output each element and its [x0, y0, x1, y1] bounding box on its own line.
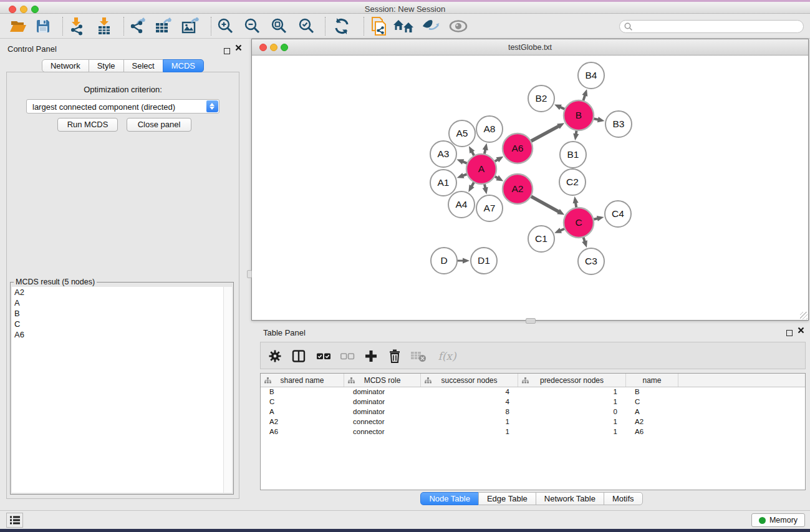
mcds-result-item[interactable]: A	[12, 297, 232, 308]
table-cell[interactable]: 8	[421, 407, 518, 417]
column-header-predecessor-nodes[interactable]: predecessor nodes	[518, 374, 626, 387]
table-row[interactable]: A2connector11A2	[261, 417, 805, 427]
table-cell[interactable]: 1	[518, 427, 626, 437]
network-graph[interactable]: AA1A2A3A4A5A6A7A8BB1B2B3B4CC1C2C3C4DD1	[253, 56, 808, 319]
table-row[interactable]: Adominator80A	[261, 407, 805, 417]
table-cell[interactable]: A6	[626, 427, 678, 437]
clone-network-icon[interactable]	[368, 16, 389, 36]
optimization-criterion-select[interactable]: largest connected component (directed)	[26, 99, 219, 114]
zoom-out-icon[interactable]	[242, 16, 263, 36]
open-session-icon[interactable]	[7, 16, 29, 36]
table-cell[interactable]: dominator	[344, 407, 421, 417]
table-cell[interactable]: connector	[344, 417, 421, 427]
tab-motifs[interactable]: Motifs	[604, 492, 643, 505]
export-network-icon[interactable]	[127, 16, 148, 36]
mcds-result-item[interactable]: A6	[12, 329, 232, 340]
export-table-icon[interactable]	[153, 16, 175, 36]
search-field[interactable]	[619, 20, 804, 33]
table-cell[interactable]: A	[261, 407, 344, 417]
table-row[interactable]: Cdominator41C	[261, 397, 805, 407]
mcds-result-item[interactable]: B	[12, 308, 232, 319]
add-row-icon[interactable]	[362, 347, 380, 365]
column-header-name[interactable]: name	[626, 374, 678, 387]
table-settings-gear-icon[interactable]	[266, 347, 284, 365]
refresh-icon[interactable]	[331, 16, 352, 36]
deselect-all-icon[interactable]	[338, 347, 357, 365]
table-cell[interactable]: B	[626, 387, 678, 397]
export-image-icon[interactable]	[180, 16, 201, 36]
delete-table-icon[interactable]	[409, 347, 428, 365]
optimization-criterion-value: largest connected component (directed)	[32, 102, 175, 112]
table-cell[interactable]: 0	[518, 407, 626, 417]
horizontal-splitter-handle[interactable]	[526, 318, 536, 324]
graph-node-label: C4	[612, 208, 624, 219]
tab-style[interactable]: Style	[89, 59, 124, 72]
show-columns-icon[interactable]	[289, 347, 308, 365]
edge-arrowhead-icon	[456, 159, 464, 165]
table-cell[interactable]: dominator	[344, 397, 421, 407]
select-all-icon[interactable]	[314, 347, 333, 365]
network-window-titlebar[interactable]: testGlobe.txt	[252, 39, 808, 56]
table-cell[interactable]: A2	[626, 417, 678, 427]
graph-node-label: A4	[456, 199, 468, 210]
table-cell[interactable]: 1	[518, 397, 626, 407]
table-cell[interactable]: C	[626, 397, 678, 407]
table-cell[interactable]: C	[261, 397, 344, 407]
tab-network-table[interactable]: Network Table	[536, 492, 604, 505]
table-row[interactable]: A6connector11A6	[261, 427, 805, 437]
select-stepper-icon[interactable]	[206, 100, 218, 112]
table-row[interactable]: Bdominator41B	[261, 387, 805, 397]
graph-node-label: A7	[484, 203, 496, 213]
close-table-panel-icon[interactable]	[798, 327, 804, 334]
float-table-panel-icon[interactable]	[786, 327, 793, 339]
zoom-fit-icon[interactable]	[269, 16, 290, 36]
run-mcds-button[interactable]: Run MCDS	[57, 118, 118, 132]
table-cell[interactable]: 1	[421, 427, 518, 437]
table-cell[interactable]: 1	[518, 417, 626, 427]
column-header-MCDS-role[interactable]: MCDS role	[344, 374, 421, 387]
import-network-icon[interactable]	[66, 16, 87, 36]
tab-node-table[interactable]: Node Table	[420, 492, 479, 505]
table-cell[interactable]: A2	[261, 417, 344, 427]
table-cell[interactable]: 1	[518, 387, 626, 397]
tab-network[interactable]: Network	[42, 59, 89, 72]
function-builder-icon[interactable]: f(x)	[434, 347, 460, 365]
table-cell[interactable]: 4	[421, 387, 518, 397]
import-table-icon[interactable]	[94, 16, 115, 36]
close-panel-button[interactable]: Close panel	[127, 118, 191, 132]
home-icon[interactable]	[393, 16, 414, 36]
graph-edge-A6-B[interactable]	[529, 126, 559, 142]
save-session-icon[interactable]	[32, 16, 54, 36]
column-header-shared-name[interactable]: shared name	[261, 374, 344, 387]
table-cell[interactable]: 4	[421, 397, 518, 407]
table-cell[interactable]: A	[626, 407, 678, 417]
mcds-result-item[interactable]: A2	[12, 287, 232, 297]
resize-grip-icon[interactable]	[800, 312, 808, 319]
mcds-result-scrollbar[interactable]	[223, 287, 232, 493]
mcds-result-list[interactable]: A2ABCA6	[12, 287, 232, 493]
table-cell[interactable]: 1	[421, 417, 518, 427]
mcds-result-item[interactable]: C	[12, 319, 232, 329]
table-cell[interactable]: connector	[344, 427, 421, 437]
vertical-splitter-handle[interactable]	[247, 270, 252, 278]
zoom-in-icon[interactable]	[215, 16, 236, 36]
hide-graphics-details-icon[interactable]	[420, 16, 441, 36]
memory-button[interactable]: Memory	[751, 513, 805, 527]
column-header-successor-nodes[interactable]: successor nodes	[421, 374, 518, 387]
table-cell[interactable]: dominator	[344, 387, 421, 397]
table-cell[interactable]: A6	[261, 427, 344, 437]
close-panel-icon[interactable]	[235, 44, 242, 51]
task-history-list-icon[interactable]	[6, 513, 23, 528]
show-graphics-details-icon[interactable]	[448, 16, 469, 36]
tab-edge-table[interactable]: Edge Table	[478, 492, 536, 505]
tab-mcds[interactable]: MCDS	[163, 59, 204, 72]
table-cell[interactable]: B	[261, 387, 344, 397]
tab-select[interactable]: Select	[123, 59, 163, 72]
search-input[interactable]	[636, 21, 798, 32]
graph-node-label: A3	[438, 148, 450, 159]
node-table[interactable]: shared nameMCDS rolesuccessor nodesprede…	[260, 373, 806, 490]
delete-row-trash-icon[interactable]	[385, 347, 404, 365]
zoom-selected-icon[interactable]	[296, 16, 317, 36]
float-panel-icon[interactable]	[224, 46, 230, 57]
graph-edge-A2-C[interactable]	[529, 196, 559, 212]
